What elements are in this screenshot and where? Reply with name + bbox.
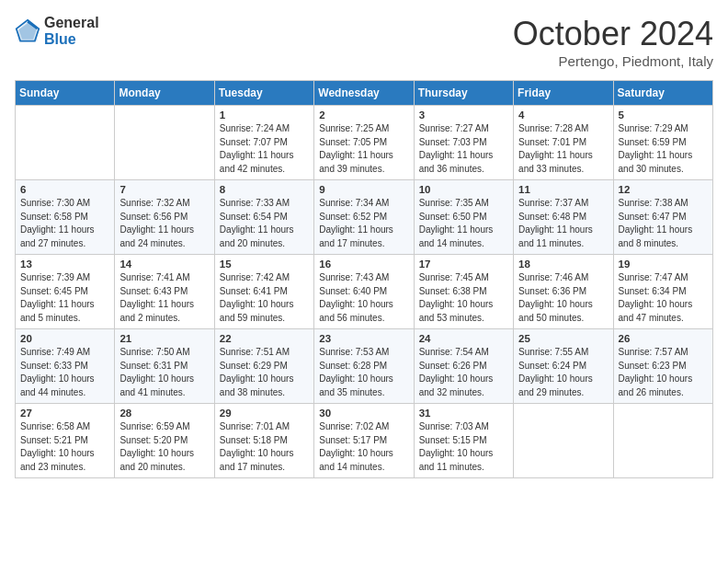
week-row-3: 13Sunrise: 7:39 AM Sunset: 6:45 PM Dayli… [16,255,713,329]
calendar-cell: 16Sunrise: 7:43 AM Sunset: 6:40 PM Dayli… [314,255,414,329]
day-number: 29 [220,408,309,419]
cell-info: Sunrise: 7:49 AM Sunset: 6:33 PM Dayligh… [20,346,109,399]
week-row-1: 1Sunrise: 7:24 AM Sunset: 7:07 PM Daylig… [16,106,713,180]
logo-text: General Blue [44,15,99,47]
calendar-cell: 24Sunrise: 7:54 AM Sunset: 6:26 PM Dayli… [414,329,513,404]
calendar-cell: 10Sunrise: 7:35 AM Sunset: 6:50 PM Dayli… [414,180,513,255]
logo-general: General [44,15,99,31]
cell-info: Sunrise: 7:30 AM Sunset: 6:58 PM Dayligh… [20,197,109,250]
cell-info: Sunrise: 7:57 AM Sunset: 6:23 PM Dayligh… [619,346,708,399]
week-row-5: 27Sunrise: 6:58 AM Sunset: 5:21 PM Dayli… [16,404,713,478]
day-number: 7 [119,184,209,195]
column-header-thursday: Thursday [414,81,513,106]
day-number: 15 [220,259,309,270]
cell-info: Sunrise: 7:03 AM Sunset: 5:15 PM Dayligh… [419,420,508,474]
logo-icon [15,18,40,44]
column-header-tuesday: Tuesday [214,81,313,106]
calendar-cell: 8Sunrise: 7:33 AM Sunset: 6:54 PM Daylig… [214,180,313,255]
day-number: 10 [419,184,508,195]
day-number: 1 [220,109,309,121]
calendar-cell: 4Sunrise: 7:28 AM Sunset: 7:01 PM Daylig… [514,106,613,180]
day-number: 17 [419,259,508,270]
day-number: 11 [518,184,608,195]
day-number: 8 [220,184,309,195]
day-number: 18 [518,259,608,270]
calendar-cell: 11Sunrise: 7:37 AM Sunset: 6:48 PM Dayli… [514,180,613,255]
cell-info: Sunrise: 7:34 AM Sunset: 6:52 PM Dayligh… [319,197,408,250]
cell-info: Sunrise: 7:46 AM Sunset: 6:36 PM Dayligh… [518,271,608,325]
column-header-friday: Friday [514,81,613,106]
day-number: 22 [220,333,309,344]
day-number: 5 [619,109,708,121]
calendar-cell: 2Sunrise: 7:25 AM Sunset: 7:05 PM Daylig… [314,106,414,180]
cell-info: Sunrise: 7:45 AM Sunset: 6:38 PM Dayligh… [419,271,508,325]
cell-info: Sunrise: 7:53 AM Sunset: 6:28 PM Dayligh… [319,346,408,399]
cell-info: Sunrise: 7:39 AM Sunset: 6:45 PM Dayligh… [20,271,109,325]
calendar-cell [16,106,115,180]
cell-info: Sunrise: 7:47 AM Sunset: 6:34 PM Dayligh… [619,271,708,325]
cell-info: Sunrise: 7:01 AM Sunset: 5:18 PM Dayligh… [220,420,309,474]
cell-info: Sunrise: 7:55 AM Sunset: 6:24 PM Dayligh… [518,346,608,399]
calendar-cell: 30Sunrise: 7:02 AM Sunset: 5:17 PM Dayli… [314,404,414,478]
header-row: SundayMondayTuesdayWednesdayThursdayFrid… [16,81,713,106]
week-row-2: 6Sunrise: 7:30 AM Sunset: 6:58 PM Daylig… [16,180,713,255]
cell-info: Sunrise: 6:58 AM Sunset: 5:21 PM Dayligh… [20,420,109,474]
logo-blue: Blue [44,31,99,48]
calendar-cell: 20Sunrise: 7:49 AM Sunset: 6:33 PM Dayli… [16,329,115,404]
cell-info: Sunrise: 7:24 AM Sunset: 7:07 PM Dayligh… [220,122,309,176]
day-number: 30 [319,408,408,419]
cell-info: Sunrise: 7:32 AM Sunset: 6:56 PM Dayligh… [119,197,209,250]
day-number: 4 [518,109,608,121]
day-number: 20 [20,333,109,344]
calendar-cell: 14Sunrise: 7:41 AM Sunset: 6:43 PM Dayli… [115,255,214,329]
calendar-cell [514,404,613,478]
calendar-cell: 15Sunrise: 7:42 AM Sunset: 6:41 PM Dayli… [214,255,313,329]
calendar-cell: 3Sunrise: 7:27 AM Sunset: 7:03 PM Daylig… [414,106,513,180]
cell-info: Sunrise: 7:38 AM Sunset: 6:47 PM Dayligh… [619,197,708,250]
calendar-cell: 19Sunrise: 7:47 AM Sunset: 6:34 PM Dayli… [613,255,712,329]
day-number: 2 [319,109,408,121]
day-number: 19 [619,259,708,270]
cell-info: Sunrise: 7:43 AM Sunset: 6:40 PM Dayligh… [319,271,408,325]
cell-info: Sunrise: 7:25 AM Sunset: 7:05 PM Dayligh… [319,122,408,176]
cell-info: Sunrise: 6:59 AM Sunset: 5:20 PM Dayligh… [119,420,209,474]
day-number: 3 [419,109,508,121]
calendar-cell: 6Sunrise: 7:30 AM Sunset: 6:58 PM Daylig… [16,180,115,255]
cell-info: Sunrise: 7:27 AM Sunset: 7:03 PM Dayligh… [419,122,508,176]
calendar-cell: 26Sunrise: 7:57 AM Sunset: 6:23 PM Dayli… [613,329,712,404]
day-number: 26 [619,333,708,344]
calendar-cell: 12Sunrise: 7:38 AM Sunset: 6:47 PM Dayli… [613,180,712,255]
cell-info: Sunrise: 7:51 AM Sunset: 6:29 PM Dayligh… [220,346,309,399]
cell-info: Sunrise: 7:50 AM Sunset: 6:31 PM Dayligh… [119,346,209,399]
cell-info: Sunrise: 7:37 AM Sunset: 6:48 PM Dayligh… [518,197,608,250]
column-header-wednesday: Wednesday [314,81,414,106]
calendar-cell: 31Sunrise: 7:03 AM Sunset: 5:15 PM Dayli… [414,404,513,478]
calendar-cell: 5Sunrise: 7:29 AM Sunset: 6:59 PM Daylig… [613,106,712,180]
calendar-cell: 7Sunrise: 7:32 AM Sunset: 6:56 PM Daylig… [115,180,214,255]
cell-info: Sunrise: 7:41 AM Sunset: 6:43 PM Dayligh… [119,271,209,325]
calendar-cell: 18Sunrise: 7:46 AM Sunset: 6:36 PM Dayli… [514,255,613,329]
calendar-table: SundayMondayTuesdayWednesdayThursdayFrid… [15,80,713,478]
day-number: 9 [319,184,408,195]
day-number: 16 [319,259,408,270]
calendar-cell: 9Sunrise: 7:34 AM Sunset: 6:52 PM Daylig… [314,180,414,255]
day-number: 24 [419,333,508,344]
cell-info: Sunrise: 7:35 AM Sunset: 6:50 PM Dayligh… [419,197,508,250]
calendar-cell: 17Sunrise: 7:45 AM Sunset: 6:38 PM Dayli… [414,255,513,329]
cell-info: Sunrise: 7:28 AM Sunset: 7:01 PM Dayligh… [518,122,608,176]
logo: General Blue [15,15,99,47]
cell-info: Sunrise: 7:42 AM Sunset: 6:41 PM Dayligh… [220,271,309,325]
column-header-monday: Monday [115,81,214,106]
calendar-cell: 25Sunrise: 7:55 AM Sunset: 6:24 PM Dayli… [514,329,613,404]
page-header: General Blue October 2024 Pertengo, Pied… [15,15,713,69]
month-title: October 2024 [513,15,713,53]
day-number: 6 [20,184,109,195]
day-number: 14 [119,259,209,270]
day-number: 21 [119,333,209,344]
cell-info: Sunrise: 7:33 AM Sunset: 6:54 PM Dayligh… [220,197,309,250]
day-number: 23 [319,333,408,344]
day-number: 25 [518,333,608,344]
calendar-cell: 23Sunrise: 7:53 AM Sunset: 6:28 PM Dayli… [314,329,414,404]
calendar-cell: 13Sunrise: 7:39 AM Sunset: 6:45 PM Dayli… [16,255,115,329]
calendar-cell: 21Sunrise: 7:50 AM Sunset: 6:31 PM Dayli… [115,329,214,404]
